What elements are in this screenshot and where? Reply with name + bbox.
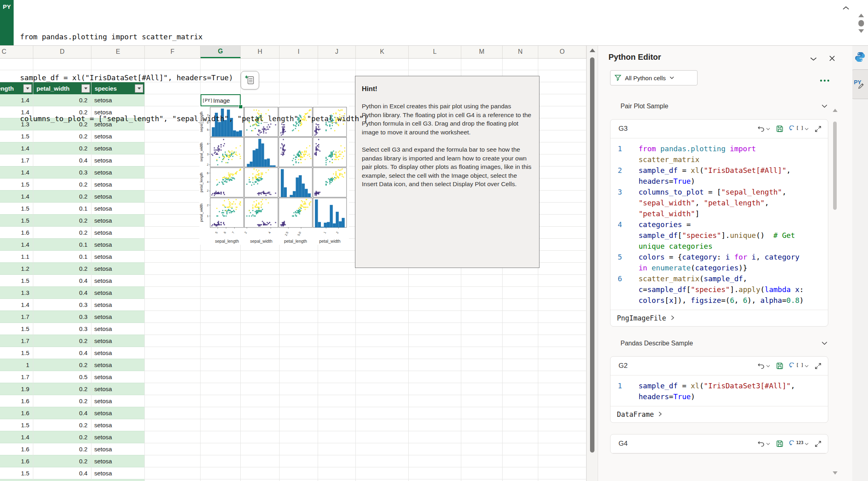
table-cell[interactable]: 1.3 [0, 287, 33, 298]
scroll-up-icon[interactable] [590, 49, 595, 52]
table-cell[interactable]: 0.3 [33, 311, 91, 323]
table-row[interactable]: 1.50.2setosa [0, 215, 145, 227]
table-cell[interactable]: 1.4 [0, 239, 33, 250]
table-cell[interactable]: 1.5 [0, 347, 33, 359]
table-cell[interactable]: setosa [91, 263, 145, 274]
table-cell[interactable]: setosa [91, 166, 145, 178]
table-cell[interactable]: 0.5 [33, 371, 91, 383]
table-cell[interactable]: 1.5 [0, 419, 33, 431]
table-row[interactable]: 1.40.2setosa [0, 431, 145, 443]
table-cell[interactable]: 1.5 [0, 479, 33, 481]
table-cell[interactable]: 0.2 [33, 335, 91, 347]
table-cell[interactable]: 0.4 [33, 275, 91, 286]
undo-button[interactable] [757, 440, 770, 447]
expand-button[interactable] [815, 363, 821, 369]
scroll-up-icon[interactable] [833, 109, 838, 112]
expand-button[interactable] [815, 440, 821, 447]
table-cell[interactable]: 0.2 [33, 359, 91, 371]
scroll-down-icon[interactable] [833, 471, 838, 475]
table-cell[interactable]: 1.7 [0, 335, 33, 347]
formula-bar[interactable]: PY from pandas.plotting import scatter_m… [0, 0, 868, 46]
table-row[interactable]: 1.50.1setosa [0, 203, 145, 215]
table-cell[interactable]: setosa [91, 299, 145, 311]
table-row[interactable]: 1.50.4setosa [0, 467, 145, 479]
table-cell[interactable]: 1.5 [0, 215, 33, 226]
table-row[interactable]: 1.70.4setosa [0, 154, 145, 166]
table-cell[interactable]: 1.9 [0, 383, 33, 395]
table-row[interactable]: 1.40.2setosa [0, 191, 145, 203]
scroll-thumb[interactable] [858, 20, 864, 26]
table-cell[interactable]: 0.1 [33, 203, 91, 214]
table-cell[interactable]: 0.2 [33, 383, 91, 395]
table-row[interactable]: 1.20.2setosa [0, 263, 145, 275]
table-row[interactable]: 1.50.4setosa [0, 275, 145, 287]
table-cell[interactable]: 1 [0, 359, 33, 371]
table-row[interactable]: 1.60.2setosa [0, 443, 145, 455]
table-cell[interactable]: 0.4 [33, 154, 91, 166]
expand-button[interactable] [815, 126, 821, 132]
table-row[interactable]: 1.50.2setosa [0, 179, 145, 191]
save-button[interactable] [776, 362, 783, 369]
scroll-thumb[interactable] [590, 57, 594, 453]
table-cell[interactable]: 1.6 [0, 395, 33, 407]
table-cell[interactable]: setosa [91, 323, 145, 335]
table-row[interactable]: 1.70.3setosa [0, 311, 145, 323]
table-cell[interactable]: 1.6 [0, 443, 33, 455]
table-cell[interactable]: setosa [91, 287, 145, 298]
table-row[interactable]: 1.50.4setosa [0, 347, 145, 359]
table-cell[interactable]: 1.6 [0, 455, 33, 467]
formula-bar-scrollbar[interactable] [858, 14, 865, 42]
table-row[interactable]: 1.70.2setosa [0, 335, 145, 347]
table-cell[interactable]: 0.3 [33, 323, 91, 335]
formula-bar-code[interactable]: from pandas.plotting import scatter_matr… [20, 3, 368, 153]
table-cell[interactable]: setosa [91, 311, 145, 323]
scroll-thumb[interactable] [833, 122, 837, 210]
table-cell[interactable]: 1.4 [0, 431, 33, 443]
table-cell[interactable]: setosa [91, 419, 145, 431]
table-row[interactable]: 1.40.3setosa [0, 299, 145, 311]
table-row[interactable]: 1.60.2setosa [0, 227, 145, 239]
table-row[interactable]: 1.40.1setosa [0, 239, 145, 251]
table-row[interactable]: 1.50.3setosa [0, 323, 145, 335]
table-cell[interactable]: setosa [91, 227, 145, 238]
column-header-O[interactable]: O [538, 45, 586, 58]
more-options-icon[interactable] [819, 77, 830, 84]
table-cell[interactable]: 1.4 [0, 191, 33, 202]
table-row[interactable]: 1.90.2setosa [0, 383, 145, 395]
table-cell[interactable]: setosa [91, 371, 145, 383]
table-cell[interactable]: 1.5 [0, 203, 33, 214]
python-editor-tab[interactable]: PY [850, 69, 868, 99]
table-row[interactable]: 1.40.3setosa [0, 166, 145, 179]
table-cell[interactable]: setosa [91, 275, 145, 286]
table-cell[interactable]: setosa [91, 455, 145, 467]
table-cell[interactable]: 1.6 [0, 407, 33, 419]
undo-button[interactable] [757, 363, 770, 369]
table-row[interactable]: 1.60.4setosa [0, 407, 145, 419]
table-row[interactable]: 1.50.2setosa [0, 419, 145, 431]
table-cell[interactable]: 0.2 [33, 263, 91, 274]
table-cell[interactable]: 0.3 [33, 299, 91, 311]
table-cell[interactable]: 0.2 [33, 443, 91, 455]
table-cell[interactable]: 0.1 [33, 479, 91, 481]
table-cell[interactable]: 0.1 [33, 251, 91, 262]
table-row[interactable]: 1.50.1setosa [0, 479, 145, 481]
table-cell[interactable]: setosa [91, 395, 145, 407]
table-cell[interactable]: setosa [91, 467, 145, 479]
table-row[interactable]: 1.60.2setosa [0, 455, 145, 467]
pane-collapse-chevron-icon[interactable] [810, 56, 817, 63]
table-cell[interactable]: 0.2 [33, 431, 91, 443]
table-cell[interactable]: 0.3 [33, 166, 91, 178]
table-cell[interactable]: setosa [91, 443, 145, 455]
table-cell[interactable]: setosa [91, 191, 145, 202]
column-header-M[interactable]: M [461, 45, 503, 58]
table-cell[interactable]: 0.2 [33, 419, 91, 431]
output-row[interactable]: PngImageFile [610, 310, 828, 326]
section-header[interactable]: Pair Plot Sample [610, 101, 828, 112]
table-cell[interactable]: setosa [91, 431, 145, 443]
scroll-down-icon[interactable] [858, 29, 864, 33]
table-cell[interactable]: setosa [91, 347, 145, 359]
table-cell[interactable]: 1.7 [0, 371, 33, 383]
table-cell[interactable]: 0.2 [33, 191, 91, 202]
table-cell[interactable]: setosa [91, 383, 145, 395]
table-cell[interactable]: setosa [91, 179, 145, 190]
